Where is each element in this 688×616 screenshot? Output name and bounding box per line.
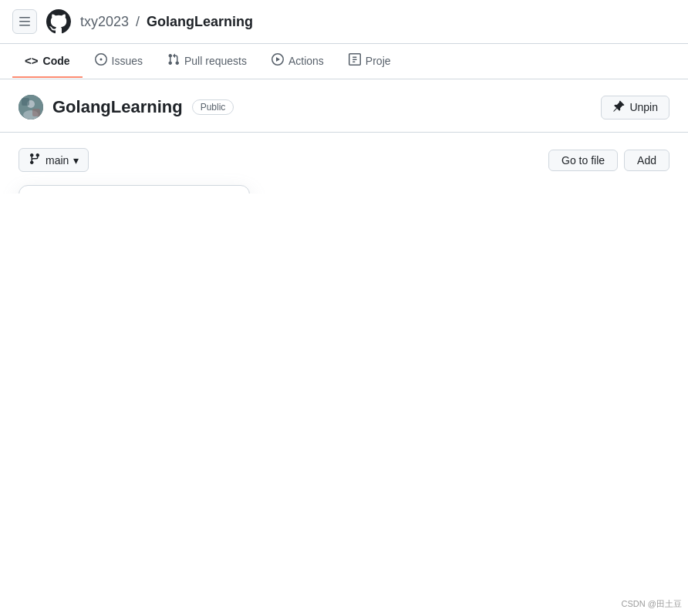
unpin-button[interactable]: Unpin — [601, 96, 669, 119]
avatar — [19, 95, 43, 119]
github-logo — [46, 9, 71, 34]
tab-code-label: Code — [43, 55, 70, 67]
repo-name-header[interactable]: GolangLearning — [147, 14, 253, 29]
pr-icon — [167, 53, 180, 68]
branch-icon — [29, 153, 41, 167]
issues-icon — [95, 53, 107, 68]
add-button[interactable]: Add — [624, 150, 669, 171]
tab-actions-label: Actions — [288, 55, 324, 67]
tab-issues[interactable]: Issues — [83, 44, 155, 79]
repo-name[interactable]: GolangLearning — [52, 97, 183, 117]
dropdown-chevron-icon: ▾ — [73, 154, 79, 167]
svg-rect-4 — [32, 109, 40, 116]
code-icon: <> — [25, 54, 39, 67]
actions-icon — [271, 53, 284, 68]
unpin-label: Unpin — [629, 101, 658, 113]
svg-rect-3 — [22, 98, 29, 106]
breadcrumb: txy2023 / GolangLearning — [80, 14, 253, 30]
go-to-file-button[interactable]: Go to file — [548, 150, 618, 171]
tab-actions[interactable]: Actions — [259, 44, 336, 79]
nav-tabs: <> Code Issues Pull requests Actions — [0, 44, 688, 79]
tab-code[interactable]: <> Code — [12, 45, 83, 78]
tab-issues-label: Issues — [112, 55, 143, 67]
branch-dropdown: Switch branches/tags × Branches Tags ✓ m… — [19, 185, 250, 194]
tab-pr-label: Pull requests — [184, 55, 247, 67]
tab-projects[interactable]: Proje — [336, 44, 403, 79]
breadcrumb-separator: / — [136, 14, 140, 29]
projects-icon — [349, 53, 361, 68]
tab-pull-requests[interactable]: Pull requests — [155, 44, 259, 79]
dropdown-header: Switch branches/tags × — [19, 186, 249, 194]
main-content: main ▾ Go to file Add Switch branches/ta… — [0, 133, 688, 194]
right-actions: Go to file Add — [548, 150, 669, 171]
site-header: txy2023 / GolangLearning — [0, 0, 688, 44]
visibility-badge: Public — [192, 99, 234, 115]
tab-projects-label: Proje — [366, 55, 391, 67]
unpin-icon — [612, 100, 625, 115]
branch-row: main ▾ Go to file Add — [19, 148, 669, 172]
menu-button[interactable] — [12, 9, 37, 34]
repo-title-group: GolangLearning Public — [19, 95, 234, 119]
repo-header: GolangLearning Public Unpin — [0, 79, 688, 133]
current-branch-name: main — [46, 154, 69, 167]
repo-owner[interactable]: txy2023 — [80, 14, 129, 29]
branch-selector-button[interactable]: main ▾ — [19, 148, 89, 172]
